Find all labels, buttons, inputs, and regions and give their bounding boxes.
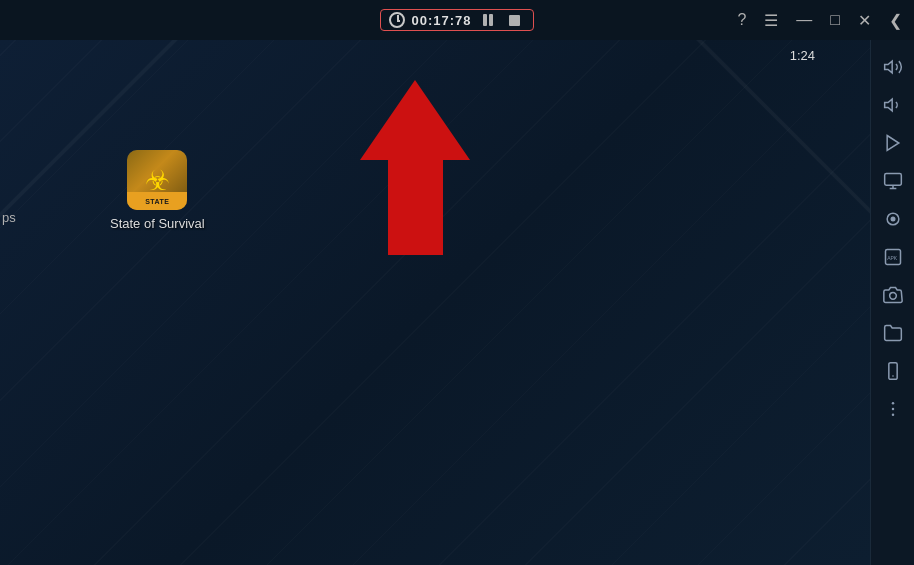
- minimize-button[interactable]: —: [788, 7, 820, 33]
- timer-icon: [389, 12, 405, 28]
- stop-button[interactable]: [504, 13, 525, 28]
- volume-up-button[interactable]: [875, 50, 911, 84]
- timer-box: 00:17:78: [380, 9, 533, 31]
- record-button[interactable]: [875, 202, 911, 236]
- svg-rect-3: [884, 174, 901, 186]
- titlebar-center: 00:17:78: [380, 9, 533, 31]
- app-icon-inner: ☣ STATE: [127, 150, 187, 210]
- help-button[interactable]: ?: [729, 7, 754, 33]
- timer-text: 00:17:78: [411, 13, 471, 28]
- svg-rect-11: [888, 363, 896, 380]
- pause-button[interactable]: [478, 12, 498, 28]
- menu-button[interactable]: ☰: [756, 7, 786, 34]
- svg-point-7: [890, 217, 895, 222]
- emulator-screen[interactable]: 1:24 ps ☣ STATE State of Survival: [0, 40, 870, 565]
- titlebar-right: ? ☰ — □ ✕ ❮: [729, 0, 914, 40]
- svg-point-15: [891, 414, 894, 417]
- warning-text: STATE: [145, 198, 169, 205]
- stop-icon: [509, 15, 520, 26]
- app-container[interactable]: ☣ STATE State of Survival: [110, 150, 205, 231]
- diag-line-2: [436, 40, 870, 521]
- arrow-shaft: [388, 160, 443, 255]
- arrow-head: [360, 80, 470, 160]
- pause-bar-left: [483, 14, 487, 26]
- phone-button[interactable]: [875, 354, 911, 388]
- svg-point-10: [889, 293, 896, 300]
- pause-icon: [483, 14, 493, 26]
- titlebar: 00:17:78 ? ☰ — □ ✕ ❮: [0, 0, 914, 40]
- titlebar-left: [0, 0, 8, 40]
- svg-marker-1: [884, 99, 892, 111]
- pause-bar-right: [489, 14, 493, 26]
- volume-down-button[interactable]: [875, 88, 911, 122]
- svg-point-14: [891, 408, 894, 411]
- expand-button[interactable]: ❮: [881, 7, 910, 34]
- more-button[interactable]: [875, 392, 911, 426]
- screenshot-button[interactable]: [875, 278, 911, 312]
- folder-button[interactable]: [875, 316, 911, 350]
- svg-point-13: [891, 402, 894, 405]
- right-sidebar: APK: [870, 40, 914, 565]
- svg-marker-2: [887, 136, 899, 151]
- svg-text:APK: APK: [887, 255, 898, 261]
- timestamp: 1:24: [790, 48, 815, 63]
- play-button[interactable]: [875, 126, 911, 160]
- app-icon: ☣ STATE: [127, 150, 187, 210]
- apk-button[interactable]: APK: [875, 240, 911, 274]
- svg-marker-0: [884, 61, 892, 73]
- main-area: 1:24 ps ☣ STATE State of Survival: [0, 40, 914, 565]
- display-button[interactable]: [875, 164, 911, 198]
- app-label: State of Survival: [110, 216, 205, 231]
- maximize-button[interactable]: □: [822, 7, 848, 33]
- apps-label: ps: [2, 210, 16, 225]
- close-button[interactable]: ✕: [850, 7, 879, 34]
- warning-overlay: STATE: [127, 192, 187, 210]
